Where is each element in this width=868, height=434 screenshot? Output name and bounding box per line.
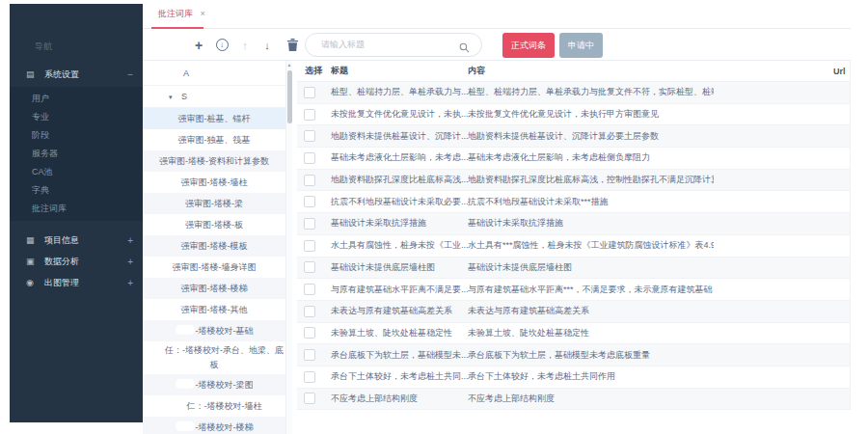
row-checkbox[interactable] [304,218,315,230]
category-item[interactable]: 强审图-塔楼-墙身详图 [143,257,285,278]
scrollbar-thumb[interactable] [287,70,292,123]
row-content: 桩型、桩端持力层、单桩承载力与批复文件不符，实际桩型、桩端持... [468,86,714,98]
sidebar-item-servers[interactable]: 服务器 [10,145,143,163]
expand-plus-icon[interactable]: + [127,235,133,246]
table-row[interactable]: 未表达与原有建筑基础高差关系 未表达与原有建筑基础高差关系 [297,301,850,323]
sidebar-item-dictionary[interactable]: 字典 [10,181,143,200]
category-item-label: 任：-塔楼校对-承台、地梁、底板 [165,345,284,369]
row-content: 水土具有***腐蚀性，桩身未按《工业建筑防腐蚀设计标准》表4.9.5... [468,239,714,252]
move-down-button[interactable]: ↓ [260,29,274,61]
row-checkbox[interactable] [304,349,315,361]
row-title: 地勘资料勘探孔深度比桩底标高浅... [331,174,468,186]
column-content: 内容 [468,65,714,77]
category-item[interactable]: 强审图-塔楼-梁 [143,193,285,214]
search-icon [459,40,470,57]
expand-plus-icon[interactable]: + [127,278,133,288]
sidebar-section-drawing-management[interactable]: ◉ 出图管理 + [10,272,143,293]
sidebar-item-users[interactable]: 用户 [10,90,143,108]
sidebar-section-system-settings[interactable]: ▤ 系统设置 − [10,64,143,85]
category-item-label: 强审图-塔楼-资料和计算参数 [159,156,269,166]
sidebar-item-ca-pool[interactable]: CA池 [10,163,143,181]
table-row[interactable]: 未按批复文件优化意见设计，未执... 未按批复文件优化意见设计，未执行甲方审图意… [297,104,850,126]
table-row[interactable]: 抗震不利地段基础设计未采取必要... 抗震不利地段基础设计未采取***措施 [297,191,850,213]
sidebar-item-majors[interactable]: 专业 [10,108,143,126]
checkbox-cell [297,152,331,164]
row-checkbox[interactable] [304,240,315,252]
checkbox-cell [297,284,331,295]
printer-icon: ◉ [26,279,39,287]
row-title: 抗震不利地段基础设计未采取必要... [331,196,468,208]
category-header-a[interactable]: A [143,61,285,86]
table-row[interactable]: 承台下土体较好，未考虑桩土共同... 承台下土体较好，未考虑桩土共同作用 [297,366,850,389]
checkbox-cell [297,175,331,186]
checkbox-cell [297,327,331,339]
checkbox-cell [297,349,331,361]
table-row[interactable]: 地勘资料未提供桩基设计、沉降计... 地勘资料未提供桩基设计、沉降计算必要土层参… [297,125,850,148]
category-item[interactable]: 强审图-塔楼-资料和计算参数 [143,150,285,172]
trash-icon[interactable] [285,29,299,61]
category-item-label: 强审图-塔楼-墙身详图 [173,262,257,272]
sidebar-item-annotation-lexicon[interactable]: 批注词库 [10,200,143,218]
download-button[interactable]: ↓ [214,29,230,61]
sidebar-item-stages[interactable]: 阶段 [10,126,143,145]
row-checkbox[interactable] [304,306,315,317]
table-row[interactable]: 基础设计未提供底层墙柱图 基础设计未提供底层墙柱图 [297,258,850,280]
table-row[interactable]: 与原有建筑基础水平距离不满足要... 与原有建筑基础水平距离***，不满足要求，… [297,279,850,301]
category-item[interactable]: 仁：-塔楼校对-墙柱 [143,395,285,417]
category-scrollbar[interactable]: ▲ [285,61,292,434]
row-content: 基础设计未提供底层墙柱图 [468,261,714,274]
tab-annotation-lexicon[interactable]: 批注词库 × [151,0,212,28]
table-row[interactable]: 不应考虑上部结构刚度 不应考虑上部结构刚度 [297,389,850,411]
category-item[interactable]: 强审图-塔楼-楼梯 [143,278,285,299]
checkbox-cell [297,109,331,121]
move-up-button[interactable]: ↑ [238,29,252,61]
sidebar-section-label: 项目信息 [44,234,79,247]
expand-plus-icon[interactable]: + [127,257,133,267]
table-row[interactable]: 基础设计未采取抗浮措施 基础设计未采取抗浮措施 [297,213,850,235]
table-row[interactable]: 承台底板下为软土层，基础模型未... 承台底板下为软土层，基础模型未考虑底板重量 [297,344,850,366]
category-item[interactable]: 强审图-桩基、锚杆 [143,108,285,129]
row-checkbox[interactable] [304,327,315,339]
table-row[interactable]: 桩型、桩端持力层、单桩承载力与... 桩型、桩端持力层、单桩承载力与批复文件不符… [297,82,850,104]
category-item[interactable]: 任：-塔楼校对-承台、地梁、底板 [143,341,285,374]
category-item[interactable]: 强审图-塔楼-板 [143,214,285,235]
row-checkbox[interactable] [304,261,315,273]
tab-label: 批注词库 [158,9,193,18]
formal-entries-button[interactable]: 正式词条 [502,33,555,58]
category-item-label: 强审图-塔楼-墙柱 [181,177,248,187]
search-input[interactable]: 请输入标题 [305,33,482,57]
category-item[interactable]: -塔楼校对-楼梯 [143,417,285,434]
category-item[interactable]: 强审图-塔楼-其他 [143,299,285,320]
row-content: 未按批复文件优化意见设计，未执行甲方审图意见 [468,108,714,121]
collapse-minus-icon[interactable]: − [127,69,133,80]
row-checkbox[interactable] [304,130,315,142]
pending-button[interactable]: 申请中 [559,33,603,58]
row-checkbox[interactable] [304,393,315,404]
table-row[interactable]: 未验算土坡、陡坎处桩基稳定性 未验算土坡、陡坎处桩基稳定性 [297,323,850,345]
row-checkbox[interactable] [304,87,315,98]
row-checkbox[interactable] [304,284,315,295]
row-checkbox[interactable] [304,152,315,164]
category-item[interactable]: 强审图-塔楼-墙柱 [143,172,285,193]
row-checkbox[interactable] [304,196,315,207]
category-item[interactable]: -塔楼校对-基础 [143,320,285,341]
redaction-blob [176,325,195,335]
checkbox-cell [297,306,331,317]
close-icon[interactable]: × [201,9,205,18]
grid-icon: ▦ [26,236,39,245]
sidebar-section-project-info[interactable]: ▦ 项目信息 + [10,230,143,251]
row-checkbox[interactable] [304,175,315,186]
sidebar-section-data-analysis[interactable]: ▣ 数据分析 + [10,251,143,272]
sidebar-submenu: 用户 专业 阶段 服务器 CA池 字典 批注词库 [10,87,143,221]
add-button[interactable]: + [191,29,206,61]
scroll-up-icon[interactable]: ▲ [286,61,292,69]
table-row[interactable]: 地勘资料勘探孔深度比桩底标高浅... 地勘资料勘探孔深度比桩底标高浅，控制性勘探… [297,170,850,192]
table-row[interactable]: 基础未考虑液化土层影响，未考虑... 基础未考虑液化土层影响，未考虑桩侧负摩阻力 [297,148,850,170]
category-item[interactable]: 强审图-独基、筏基 [143,129,285,150]
category-group-s[interactable]: ▾ S [143,86,285,108]
table-row[interactable]: 水土具有腐蚀性，桩身未按《工业... 水土具有***腐蚀性，桩身未按《工业建筑防… [297,235,850,258]
category-item[interactable]: -塔楼校对-梁图 [143,374,285,395]
category-item[interactable]: 强审图-塔楼-模板 [143,235,285,257]
row-checkbox[interactable] [304,109,315,121]
row-checkbox[interactable] [304,371,315,383]
